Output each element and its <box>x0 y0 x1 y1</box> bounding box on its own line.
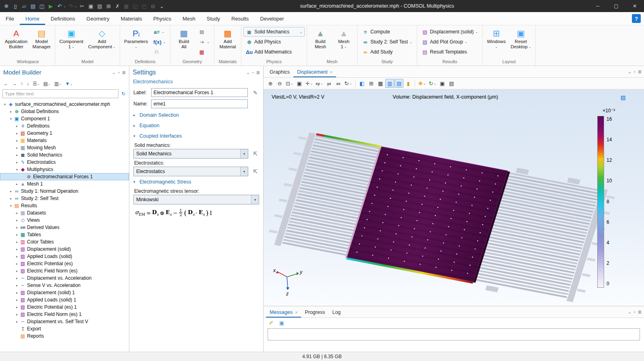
tree-filter-input[interactable] <box>2 89 118 98</box>
collapse-panel-icon[interactable]: ⌄ <box>112 70 116 75</box>
chevron-right-icon[interactable] <box>15 320 19 324</box>
view-zx-icon[interactable]: zx <box>334 79 343 88</box>
chevron-right-icon[interactable] <box>15 226 19 229</box>
chevron-right-icon[interactable] <box>15 255 19 258</box>
chevron-right-icon[interactable] <box>15 146 19 150</box>
duplicate-icon[interactable]: ⊞ <box>104 2 112 10</box>
forward-icon[interactable]: → <box>11 80 18 87</box>
build-mesh-button[interactable]: ▲BuildMesh <box>309 26 332 51</box>
plot-settings-icon[interactable]: ▨ <box>619 93 627 101</box>
back-icon[interactable]: ← <box>2 80 10 87</box>
tree-item-component-1[interactable]: ▣Component 1 <box>0 115 129 122</box>
chevron-right-icon[interactable] <box>15 291 19 295</box>
graphics-tab-graphics[interactable]: Graphics <box>266 67 293 77</box>
chevron-down-icon[interactable] <box>251 195 259 204</box>
detach-panel-icon[interactable]: ▫ <box>634 69 636 74</box>
tree-item-reports[interactable]: ▤Reports <box>0 332 129 340</box>
physics-interface-select[interactable]: ◼Solid Mechanics⌄ <box>243 27 305 37</box>
insert-sequence-button[interactable]: ⊞ <box>196 27 212 37</box>
messages-tab-messages[interactable]: Messages <box>266 307 301 318</box>
menu-results[interactable]: Results <box>226 12 254 25</box>
open-file-icon[interactable]: ▱ <box>20 2 28 10</box>
tree-item-study-1-normal-operation[interactable]: ∞Study 1: Normal Operation <box>0 188 129 195</box>
result-templates-button[interactable]: ▤Result Templates <box>419 47 480 57</box>
chevron-right-icon[interactable] <box>15 153 19 157</box>
menu-geometry[interactable]: Geometry <box>81 12 115 25</box>
move-down-icon[interactable]: ↓ <box>25 80 30 87</box>
export-geometry-button[interactable]: ⇢⌄ <box>196 37 212 47</box>
new-file-icon[interactable]: ▯ <box>11 2 19 10</box>
go-to-default-view-icon[interactable]: ✛⌄ <box>304 79 314 88</box>
image-icon[interactable]: ▤ <box>395 79 403 88</box>
variables-button[interactable]: a=⌄ <box>151 27 168 37</box>
chevron-right-icon[interactable] <box>15 298 19 302</box>
menu-definitions[interactable]: Definitions <box>45 12 81 25</box>
tree-item-displacement-solid[interactable]: ▧Displacement (solid) <box>0 245 129 253</box>
section-equation[interactable]: Equation <box>129 120 263 130</box>
chevron-right-icon[interactable] <box>15 248 19 251</box>
chevron-right-icon[interactable] <box>15 233 19 237</box>
tree-item-tables[interactable]: ▦Tables <box>0 231 129 238</box>
view-xy-icon[interactable]: xy⌄ <box>314 79 324 88</box>
paste-icon[interactable]: ▤ <box>96 2 104 10</box>
application-builder-button[interactable]: AApplicationBuilder <box>3 26 29 51</box>
detach-panel-icon[interactable]: ▫ <box>118 70 120 75</box>
close-tab-icon[interactable] <box>295 310 297 315</box>
tree-item-results[interactable]: ▤Results <box>0 202 129 209</box>
search-icon[interactable]: ⊙ <box>149 2 157 10</box>
zoom-out-icon[interactable]: ⊖ <box>275 79 284 88</box>
tree-item-applied-loads-solid-1[interactable]: ▧Applied Loads (solid) 1 <box>0 296 129 303</box>
panel-menu-icon[interactable]: ≣ <box>256 70 260 75</box>
add-component-button[interactable]: ◇AddComponent⌄ <box>86 26 118 51</box>
stress-tensor-select[interactable]: Minkowski <box>133 195 259 204</box>
chevron-right-icon[interactable] <box>8 190 13 193</box>
node-grid-icon[interactable]: ▥⌄ <box>53 80 63 87</box>
tree-item-solid-mechanics[interactable]: ◼Solid Mechanics <box>0 151 129 159</box>
chevron-down-icon[interactable] <box>240 167 248 176</box>
section-coupled-interfaces[interactable]: Coupled Interfaces <box>129 130 263 141</box>
chevron-right-icon[interactable] <box>15 182 19 186</box>
build-all-button[interactable]: ▦BuildAll <box>172 26 195 51</box>
graphics-tab-displacement[interactable]: Displacement <box>293 67 336 77</box>
chevron-down-icon[interactable] <box>8 204 13 208</box>
chevron-right-icon[interactable] <box>15 139 19 142</box>
windows-button[interactable]: ⊞Windows⌄ <box>485 26 508 51</box>
tree-item-electrostatics[interactable]: ϟElectrostatics <box>0 159 129 166</box>
save-icon[interactable]: ▤ <box>29 2 37 10</box>
show-options-icon[interactable]: ☰⌄ <box>31 80 41 87</box>
go-to-source-icon[interactable]: ⇱ <box>250 149 259 158</box>
chevron-right-icon[interactable] <box>8 197 13 200</box>
model-tree-filter-icon[interactable]: ▼⌄ <box>64 80 74 87</box>
graphics-canvas[interactable]: VtestL=0 V, VtestR=2 V Volume: Displacem… <box>264 89 644 306</box>
chevron-right-icon[interactable] <box>15 313 19 316</box>
detach-panel-icon[interactable]: ▫ <box>252 70 254 75</box>
tree-item-displacement-vs-acceleration[interactable]: ∼Displacement vs. Acceleration <box>0 274 129 282</box>
menu-physics[interactable]: Physics <box>147 12 177 25</box>
tree-item-electric-field-norm-es[interactable]: ▧Electric Field Norm (es) <box>0 267 129 274</box>
accelerometer-3d-view[interactable] <box>264 89 644 306</box>
menu-developer[interactable]: Developer <box>254 12 289 25</box>
close-button[interactable]: ✕ <box>625 0 644 12</box>
update-plot-icon[interactable]: ↻⌄ <box>428 79 438 88</box>
chevron-right-icon[interactable] <box>15 240 19 244</box>
chevron-right-icon[interactable] <box>8 110 13 113</box>
menu-materials[interactable]: Materials <box>115 12 147 25</box>
panel-menu-icon[interactable]: ≣ <box>122 70 126 75</box>
go-to-source-icon[interactable]: ⇱ <box>250 167 259 176</box>
chevron-right-icon[interactable] <box>15 276 19 280</box>
add-physics-button[interactable]: ⊕Add Physics <box>243 37 305 47</box>
section-domain-selection[interactable]: Domain Selection <box>129 109 263 120</box>
measure-button[interactable]: ▦ <box>196 47 212 57</box>
detach-panel-icon[interactable]: ▫ <box>634 309 636 315</box>
copy-messages-icon[interactable]: ▣ <box>277 318 286 327</box>
zoom-extents-icon[interactable]: ▣ <box>295 79 304 88</box>
component-1-button[interactable]: ▣Component1⌄ <box>57 26 85 51</box>
compute-button[interactable]: =Compute <box>359 27 415 37</box>
chevron-right-icon[interactable] <box>15 269 19 273</box>
plot-in-table-icon[interactable]: ▥ <box>385 79 394 88</box>
label-input[interactable] <box>151 88 248 97</box>
collapse-panel-icon[interactable]: ⌄ <box>628 69 632 74</box>
minimize-button[interactable]: ─ <box>588 0 607 12</box>
undo-icon[interactable]: ↶ <box>56 2 64 10</box>
tree-item-geometry-1[interactable]: ▧Geometry 1 <box>0 130 129 137</box>
